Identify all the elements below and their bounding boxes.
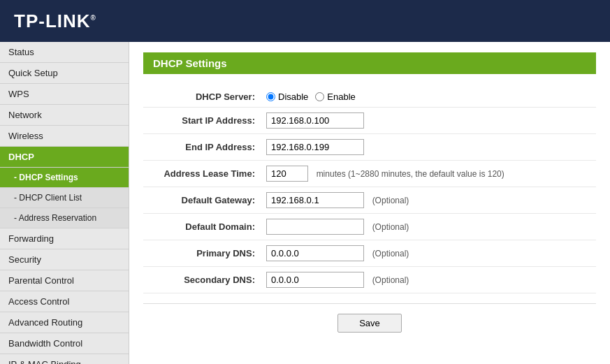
lease-time-note: minutes (1~2880 minutes, the default val… [311,169,504,179]
logo: TP-LINK® [14,10,96,32]
dhcp-form: DHCP Server: Disable Enable [143,87,596,293]
sidebar-item-status[interactable]: Status [0,42,129,63]
end-ip-label: End IP Address: [143,134,262,161]
sidebar-item-bandwidth-control[interactable]: Bandwidth Control [0,333,129,354]
primary-dns-note: (Optional) [367,249,409,259]
domain-note: (Optional) [367,222,409,232]
gateway-input[interactable] [266,192,364,208]
logo-tm: ® [91,14,96,22]
dhcp-server-label: DHCP Server: [143,87,262,108]
header: TP-LINK® [0,0,610,42]
gateway-note: (Optional) [367,196,409,205]
dhcp-radio-group: Disable Enable [266,92,592,102]
section-header: DHCP Settings [143,52,596,74]
sidebar-item-dhcp-settings[interactable]: - DHCP Settings [0,168,129,188]
secondary-dns-input[interactable] [266,272,364,288]
disable-radio[interactable] [266,92,275,101]
dhcp-server-value: Disable Enable [262,87,596,108]
domain-row: Default Domain: (Optional) [143,214,596,240]
enable-label-text: Enable [327,92,355,102]
sidebar-item-wps[interactable]: WPS [0,84,129,105]
domain-input[interactable] [266,219,364,235]
lease-time-row: Address Lease Time: minutes (1~2880 minu… [143,161,596,187]
enable-radio[interactable] [315,92,324,101]
main-content: DHCP Settings DHCP Server: Disable Enabl… [129,42,610,364]
logo-text: TP-LINK [14,10,91,31]
disable-radio-label[interactable]: Disable [266,92,308,102]
dhcp-server-row: DHCP Server: Disable Enable [143,87,596,108]
body: StatusQuick SetupWPSNetworkWirelessDHCP-… [0,42,610,364]
secondary-dns-label: Secondary DNS: [143,267,262,293]
end-ip-row: End IP Address: [143,134,596,161]
start-ip-row: Start IP Address: [143,108,596,134]
sidebar-item-ip-mac-binding[interactable]: IP & MAC Binding [0,354,129,364]
sidebar-item-forwarding[interactable]: Forwarding [0,228,129,249]
save-button[interactable]: Save [337,314,402,333]
section-title: DHCP Settings [153,57,227,69]
enable-radio-label[interactable]: Enable [315,92,355,102]
sidebar-item-security[interactable]: Security [0,249,129,270]
sidebar-item-wireless[interactable]: Wireless [0,126,129,147]
primary-dns-label: Primary DNS: [143,240,262,267]
gateway-row: Default Gateway: (Optional) [143,187,596,214]
sidebar-item-address-reservation[interactable]: - Address Reservation [0,208,129,228]
start-ip-input[interactable] [266,112,364,129]
sidebar-item-parental-control[interactable]: Parental Control [0,270,129,291]
lease-time-label: Address Lease Time: [143,161,262,187]
sidebar-item-access-control[interactable]: Access Control [0,291,129,312]
sidebar-item-network[interactable]: Network [0,105,129,126]
domain-label: Default Domain: [143,214,262,240]
primary-dns-row: Primary DNS: (Optional) [143,240,596,267]
secondary-dns-row: Secondary DNS: (Optional) [143,267,596,293]
sidebar-item-advanced-routing[interactable]: Advanced Routing [0,312,129,333]
lease-time-input[interactable] [266,166,308,182]
gateway-label: Default Gateway: [143,187,262,214]
sidebar-item-dhcp-client-list[interactable]: - DHCP Client List [0,188,129,208]
secondary-dns-note: (Optional) [367,275,409,285]
primary-dns-input[interactable] [266,245,364,261]
sidebar: StatusQuick SetupWPSNetworkWirelessDHCP-… [0,42,129,364]
end-ip-input[interactable] [266,139,364,155]
sidebar-item-dhcp[interactable]: DHCP [0,147,129,168]
disable-label-text: Disable [278,92,308,102]
start-ip-label: Start IP Address: [143,108,262,134]
save-area: Save [143,303,596,333]
sidebar-item-quick-setup[interactable]: Quick Setup [0,63,129,84]
